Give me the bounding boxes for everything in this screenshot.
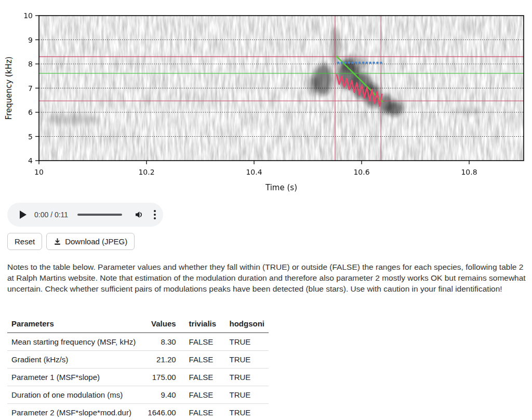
- column-header: Parameters: [7, 315, 143, 333]
- trivialis-cell: FALSE: [180, 333, 221, 351]
- hodgsoni-cell: TRUE: [220, 351, 269, 369]
- download-button-label: Download (JPEG): [65, 237, 127, 246]
- hodgsoni-cell: TRUE: [220, 333, 269, 351]
- axis-tick-label: 10.8: [461, 168, 477, 176]
- audio-menu-icon[interactable]: [154, 210, 156, 219]
- value-cell: 8.30: [143, 333, 180, 351]
- hodgsoni-cell: TRUE: [220, 386, 269, 404]
- modulation-peak-star: [366, 61, 368, 64]
- call-energy-blob: [387, 101, 404, 116]
- parameter-name-cell: Gradient (kHz/s): [7, 351, 143, 369]
- axis-tick-label: 6: [28, 108, 33, 116]
- axis-tick-label: 10: [23, 11, 33, 20]
- play-icon[interactable]: [20, 211, 26, 219]
- axis-tick-label: 10.6: [353, 168, 369, 176]
- axis-tick-label: 10.4: [246, 168, 262, 176]
- modulation-peak-star: [341, 61, 343, 64]
- call-energy-blob: [44, 115, 98, 125]
- modulation-peak-star: [358, 61, 361, 64]
- hodgsoni-cell: TRUE: [220, 369, 269, 386]
- parameter-table-container: ParametersValuestrivialishodgsoni Mean s…: [7, 315, 269, 420]
- modulation-peak-star: [369, 61, 371, 64]
- notes-paragraph: Notes to the table below. Parameter valu…: [7, 261, 527, 294]
- parameter-table-header-row: ParametersValuestrivialishodgsoni: [7, 315, 269, 333]
- table-row: Mean starting frequency (MSF, kHz)8.30FA…: [7, 333, 269, 351]
- parameter-name-cell: Mean starting frequency (MSF, kHz): [7, 333, 143, 351]
- audio-player[interactable]: 0:00 / 0:11: [7, 203, 163, 227]
- axis-tick-label: 10.2: [138, 168, 154, 176]
- download-jpeg-button[interactable]: Download (JPEG): [46, 233, 135, 250]
- parameter-name-cell: Parameter 1 (MSF*slope): [7, 369, 143, 386]
- modulation-peak-star: [376, 61, 379, 64]
- call-energy-blob: [453, 108, 485, 115]
- axis-tick-label: 5: [28, 133, 33, 141]
- trivialis-cell: FALSE: [180, 404, 221, 420]
- modulation-peak-star: [344, 61, 347, 64]
- modulation-peak-star: [380, 61, 382, 64]
- modulation-peak-star: [373, 61, 375, 64]
- column-header: trivialis: [180, 315, 221, 333]
- y-axis-label: Frequency (kHz): [4, 57, 14, 120]
- value-cell: 21.20: [143, 351, 180, 369]
- axis-tick-label: 4: [28, 156, 33, 165]
- spectrogram-plot[interactable]: 1010.210.410.610.810987654Time (s)Freque…: [0, 0, 532, 198]
- axis-tick-label: 8: [28, 60, 33, 68]
- parameter-name-cell: Duration of one modulation (ms): [7, 386, 143, 404]
- value-cell: 175.00: [143, 369, 180, 386]
- value-cell: 9.40: [143, 386, 180, 404]
- table-row: Gradient (kHz/s)21.20FALSETRUE: [7, 351, 269, 369]
- spectrogram-chart: 1010.210.410.610.810987654Time (s)Freque…: [0, 0, 532, 198]
- value-cell: 1646.00: [143, 404, 180, 420]
- modulation-peak-star: [351, 61, 354, 64]
- modulation-peak-star: [362, 61, 365, 64]
- axis-tick-label: 7: [28, 84, 33, 93]
- trivialis-cell: FALSE: [180, 369, 221, 386]
- reset-button[interactable]: Reset: [7, 233, 42, 250]
- audio-time: 0:00 / 0:11: [34, 211, 68, 219]
- call-energy-blob: [308, 76, 319, 95]
- column-header: hodgsoni: [220, 315, 269, 333]
- table-row: Parameter 2 (MSF*slope*mod.dur)1646.00FA…: [7, 404, 269, 420]
- axis-tick-label: 10: [34, 168, 44, 176]
- download-icon: [54, 238, 61, 245]
- modulation-peak-star: [355, 61, 357, 64]
- modulation-peak-star: [348, 61, 350, 64]
- modulation-peak-star: [337, 61, 340, 64]
- volume-icon[interactable]: [135, 210, 144, 219]
- x-axis-label: Time (s): [265, 183, 297, 192]
- axis-tick-label: 9: [28, 36, 33, 44]
- trivialis-cell: FALSE: [180, 351, 221, 369]
- audio-seek-slider[interactable]: [77, 214, 122, 216]
- trivialis-cell: FALSE: [180, 386, 221, 404]
- reset-button-label: Reset: [15, 237, 35, 246]
- table-row: Duration of one modulation (ms)9.40FALSE…: [7, 386, 269, 404]
- table-row: Parameter 1 (MSF*slope)175.00FALSETRUE: [7, 369, 269, 386]
- action-buttons: Reset Download (JPEG): [7, 233, 135, 250]
- parameter-name-cell: Parameter 2 (MSF*slope*mod.dur): [7, 404, 143, 420]
- parameter-table: ParametersValuestrivialishodgsoni Mean s…: [7, 315, 269, 420]
- hodgsoni-cell: TRUE: [220, 404, 269, 420]
- column-header: Values: [143, 315, 180, 333]
